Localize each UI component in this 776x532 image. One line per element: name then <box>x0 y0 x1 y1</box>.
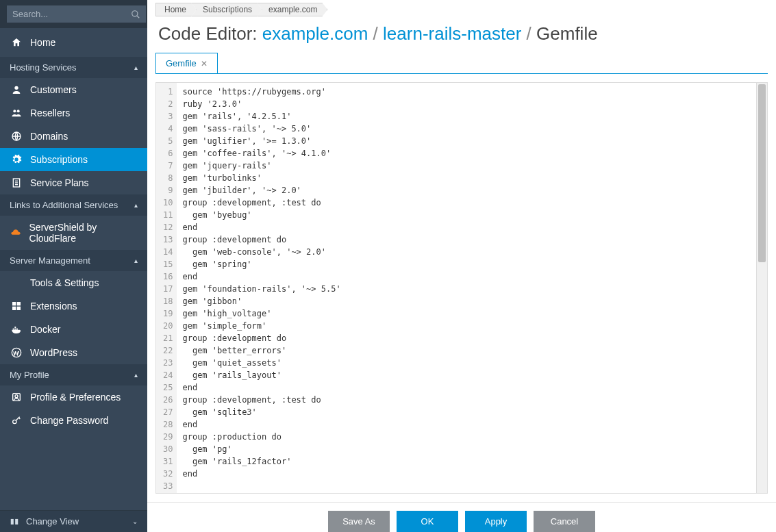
ok-button[interactable]: OK <box>397 511 458 532</box>
change-view[interactable]: Change View ⌄ <box>0 511 147 532</box>
close-icon[interactable]: ✕ <box>201 59 208 68</box>
title-link-folder[interactable]: learn-rails-master <box>383 23 521 44</box>
breadcrumb-item[interactable]: Home <box>155 3 197 16</box>
sidebar-item-label: ServerShield by CloudFlare <box>29 222 138 244</box>
code-line: end <box>182 381 751 394</box>
sidebar-item-label: Docker <box>30 324 60 335</box>
sidebar-item-label: Tools & Settings <box>30 277 99 288</box>
svg-point-21 <box>13 420 16 423</box>
code-line: gem 'byebug' <box>182 209 751 221</box>
code-line: gem 'sqlite3' <box>182 406 751 418</box>
code-line: ruby '2.3.0' <box>182 98 751 110</box>
sidebar-item-service-plans[interactable]: Service Plans <box>0 171 147 194</box>
sidebar-item-extensions[interactable]: Extensions <box>0 294 147 318</box>
sidebar-item-label: Resellers <box>30 107 70 118</box>
cloudflare-icon <box>10 227 23 238</box>
breadcrumb-item[interactable]: Subscriptions <box>191 3 262 16</box>
sidebar-item-wordpress[interactable]: WordPress <box>0 341 147 364</box>
sidebar-item-change-password[interactable]: Change Password <box>0 409 147 432</box>
search-input[interactable] <box>7 5 146 23</box>
code-line: gem 'rails_12factor' <box>182 455 751 468</box>
code-line: gem 'quiet_assets' <box>182 357 751 369</box>
section-title: Hosting Services <box>10 62 77 73</box>
svg-rect-23 <box>15 518 18 524</box>
sidebar-item-resellers[interactable]: Resellers <box>0 101 147 125</box>
code-editor[interactable]: 1234567891011121314151617181920212223242… <box>155 82 768 494</box>
code-line: gem 'web-console', '~> 2.0' <box>182 246 751 258</box>
line-gutter: 1234567891011121314151617181920212223242… <box>156 83 177 493</box>
sidebar: Home Hosting Services▴CustomersResellers… <box>0 0 147 532</box>
sidebar-item-docker[interactable]: Docker <box>0 318 147 341</box>
code-line: end <box>182 418 751 431</box>
code-line: gem 'turbolinks' <box>182 172 751 184</box>
code-line: gem 'sass-rails', '~> 5.0' <box>182 123 751 135</box>
code-line: gem 'simple_form' <box>182 320 751 332</box>
svg-point-20 <box>15 395 18 398</box>
code-line: gem 'gibbon' <box>182 295 751 307</box>
section-title: Server Management <box>10 255 90 266</box>
sidebar-sections: Hosting Services▴CustomersResellersDomai… <box>0 57 147 432</box>
code-area[interactable]: source 'https://rubygems.org'ruby '2.3.0… <box>177 83 756 493</box>
section-title: Links to Additional Services <box>10 200 118 210</box>
sidebar-item-servershield-by-cloudflare[interactable]: ServerShield by CloudFlare <box>0 216 147 250</box>
code-line: group :development do <box>182 332 751 344</box>
sidebar-item-label: Domains <box>30 131 68 142</box>
plans-icon <box>10 177 23 188</box>
sidebar-item-profile-preferences[interactable]: Profile & Preferences <box>0 385 147 409</box>
sidebar-item-home[interactable]: Home <box>0 28 147 57</box>
sidebar-item-label: Subscriptions <box>30 154 88 165</box>
chevron-up-icon: ▴ <box>134 371 138 379</box>
tools-icon <box>10 277 23 288</box>
section-header[interactable]: Links to Additional Services▴ <box>0 194 147 216</box>
title-prefix: Code Editor: <box>158 23 262 44</box>
svg-point-2 <box>14 86 18 90</box>
home-icon <box>10 37 23 48</box>
title-link-domain[interactable]: example.com <box>262 23 368 44</box>
apply-button[interactable]: Apply <box>465 511 527 532</box>
search-bar <box>0 0 147 28</box>
code-line: group :development, :test do <box>182 394 751 406</box>
sidebar-item-label: Extensions <box>30 301 77 312</box>
code-line: gem 'rails', '4.2.5.1' <box>182 110 751 123</box>
chevron-up-icon: ▴ <box>134 64 138 71</box>
code-line: gem 'better_errors' <box>182 344 751 357</box>
save-as-button[interactable]: Save As <box>328 511 390 532</box>
sidebar-item-customers[interactable]: Customers <box>0 78 147 101</box>
sidebar-item-subscriptions[interactable]: Subscriptions <box>0 148 147 171</box>
sidebar-item-domains[interactable]: Domains <box>0 125 147 148</box>
section-header[interactable]: Server Management▴ <box>0 250 147 271</box>
code-line: source 'https://rubygems.org' <box>182 86 751 98</box>
gear-icon <box>10 154 23 165</box>
tab-label: Gemfile <box>166 58 197 68</box>
svg-rect-11 <box>17 302 21 305</box>
svg-rect-15 <box>14 329 16 330</box>
sidebar-item-label: Customers <box>30 84 77 95</box>
svg-rect-22 <box>11 518 14 524</box>
svg-rect-12 <box>12 307 16 310</box>
scrollbar[interactable] <box>756 83 767 493</box>
sidebar-item-tools-settings[interactable]: Tools & Settings <box>0 271 147 294</box>
code-line: gem 'spring' <box>182 258 751 270</box>
tab-gemfile[interactable]: Gemfile ✕ <box>155 53 218 73</box>
sidebar-item-label: Home <box>30 37 55 48</box>
cancel-button[interactable]: Cancel <box>534 511 595 532</box>
code-line: gem 'uglifier', '>= 1.3.0' <box>182 135 751 147</box>
section-header[interactable]: My Profile▴ <box>0 364 147 385</box>
scrollbar-thumb[interactable] <box>758 84 766 262</box>
code-line: group :development, :test do <box>182 197 751 209</box>
code-line: group :development do <box>182 233 751 246</box>
title-file: Gemfile <box>536 23 598 44</box>
section-title: My Profile <box>10 370 49 380</box>
svg-point-4 <box>17 110 20 112</box>
button-bar: Save As OK Apply Cancel <box>147 502 776 532</box>
breadcrumb: HomeSubscriptionsexample.com <box>147 0 776 19</box>
code-line: end <box>182 270 751 283</box>
breadcrumb-item[interactable]: example.com <box>257 3 327 16</box>
sidebar-item-label: Service Plans <box>30 177 89 188</box>
globe-icon <box>10 131 23 142</box>
sidebar-item-label: Profile & Preferences <box>30 392 121 403</box>
change-view-icon <box>10 517 19 527</box>
page-title: Code Editor: example.com / learn-rails-m… <box>147 19 776 53</box>
section-header[interactable]: Hosting Services▴ <box>0 57 147 78</box>
code-line: end <box>182 221 751 233</box>
